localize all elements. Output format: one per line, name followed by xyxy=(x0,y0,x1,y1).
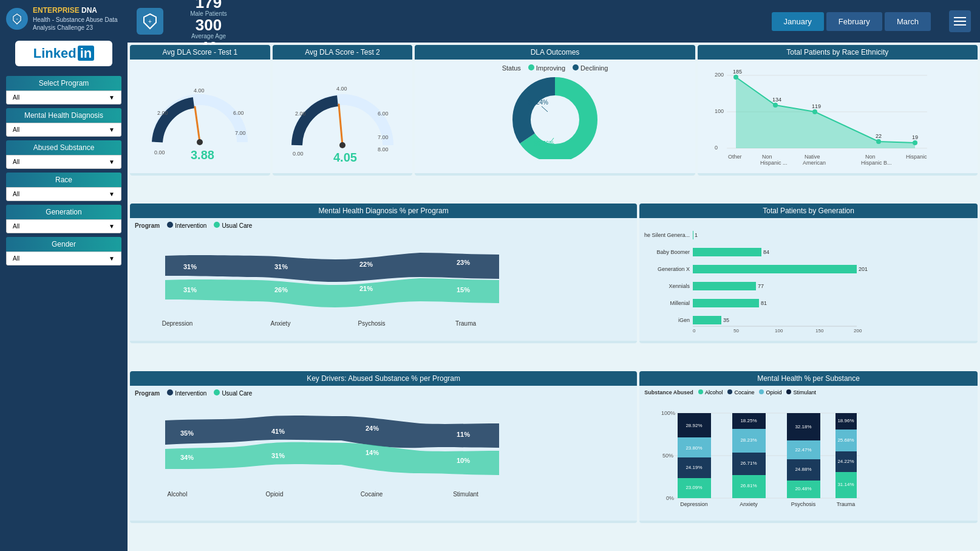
svg-text:Baby Boomer: Baby Boomer xyxy=(657,249,690,255)
svg-rect-77 xyxy=(693,299,759,307)
svg-text:22: 22 xyxy=(876,133,882,139)
svg-text:32.18%: 32.18% xyxy=(795,424,812,430)
svg-text:35: 35 xyxy=(723,317,729,323)
svg-text:1: 1 xyxy=(695,232,698,238)
mh-usualcare-legend: Usual Care xyxy=(214,222,252,229)
svg-text:77: 77 xyxy=(758,283,764,289)
improving-legend: Improving xyxy=(528,64,565,72)
substance-panel: Key Drivers: Abused Substance % per Prog… xyxy=(130,371,637,523)
svg-rect-80 xyxy=(693,316,721,324)
svg-text:+: + xyxy=(16,16,18,21)
filter-gender: Gender All▼ xyxy=(6,237,121,265)
svg-text:201: 201 xyxy=(859,266,868,272)
svg-text:Other: Other xyxy=(728,154,742,160)
svg-text:14%: 14% xyxy=(366,449,379,456)
gauge-test1-body: 0.00 2.00 4.00 6.00 7.00 3.88 xyxy=(130,60,270,173)
filter-select[interactable]: All▼ xyxy=(6,155,121,169)
svg-text:The Silent Genera...: The Silent Genera... xyxy=(644,232,690,238)
svg-text:2.00: 2.00 xyxy=(295,111,306,117)
dla-outcomes-body: Status Improving Declining 34.24% 65.76 xyxy=(415,60,695,173)
menu-button[interactable] xyxy=(949,10,971,32)
svg-text:24.19%: 24.19% xyxy=(686,465,703,470)
filter-select[interactable]: All▼ xyxy=(6,187,121,201)
svg-text:3.88: 3.88 xyxy=(191,148,214,162)
svg-text:23%: 23% xyxy=(457,259,470,266)
svg-text:Generation X: Generation X xyxy=(658,266,690,272)
svg-text:185: 185 xyxy=(733,69,742,75)
svg-text:20.48%: 20.48% xyxy=(795,486,812,491)
svg-text:Hispanic ...: Hispanic ... xyxy=(760,160,788,166)
svg-text:22.47%: 22.47% xyxy=(795,447,812,453)
svg-text:Depression: Depression xyxy=(162,320,193,327)
gauge-test1-title: Avg DLA Score - Test 1 xyxy=(130,45,270,60)
svg-rect-65 xyxy=(693,231,693,239)
svg-text:34%: 34% xyxy=(180,454,194,461)
month-tab-january[interactable]: January xyxy=(772,12,824,31)
svg-text:Psychosis: Psychosis xyxy=(791,501,816,507)
svg-point-34 xyxy=(733,75,738,80)
svg-text:31%: 31% xyxy=(183,286,197,293)
svg-text:31.14%: 31.14% xyxy=(838,482,854,487)
generation-title: Total Patients by Generation xyxy=(639,204,978,218)
svg-text:50: 50 xyxy=(733,328,739,334)
svg-text:24%: 24% xyxy=(366,425,379,432)
filter-select[interactable]: All▼ xyxy=(6,252,121,265)
svg-text:11%: 11% xyxy=(457,431,470,438)
svg-text:Cocaine: Cocaine xyxy=(361,491,383,498)
month-tab-march[interactable]: March xyxy=(885,12,931,31)
svg-text:134: 134 xyxy=(772,97,781,103)
svg-line-3 xyxy=(195,107,200,142)
declining-legend: Declining xyxy=(573,64,608,72)
svg-text:0: 0 xyxy=(715,145,718,151)
status-label: Status xyxy=(502,64,521,72)
svg-text:7.00: 7.00 xyxy=(235,130,246,136)
filter-select[interactable]: All▼ xyxy=(6,91,121,104)
svg-text:22%: 22% xyxy=(359,261,373,268)
svg-text:2.00: 2.00 xyxy=(157,110,168,116)
svg-text:6.00: 6.00 xyxy=(378,111,389,117)
sidebar-filters: Select Program All▼ Mental Health Diagno… xyxy=(0,72,128,269)
filter-select[interactable]: All▼ xyxy=(6,123,121,137)
svg-rect-68 xyxy=(693,248,761,256)
svg-text:6.00: 6.00 xyxy=(233,110,244,116)
logo-area: + ENTERPRISE DNA Health - Substance Abus… xyxy=(0,0,128,35)
month-tab-february[interactable]: February xyxy=(826,12,882,31)
svg-text:28.92%: 28.92% xyxy=(686,423,703,428)
svg-text:Psychosis: Psychosis xyxy=(358,320,385,327)
svg-text:4.00: 4.00 xyxy=(336,86,347,92)
mid-row: Mental Health Diagnosis % per Program Pr… xyxy=(130,204,978,343)
svg-text:81: 81 xyxy=(761,300,767,306)
kpi-female-patients: Female Patients 179 xyxy=(182,0,236,10)
svg-text:8.00: 8.00 xyxy=(378,146,389,152)
svg-text:Hispanic: Hispanic xyxy=(906,154,927,160)
filter-generation: Generation All▼ xyxy=(6,205,121,233)
svg-text:0.00: 0.00 xyxy=(293,151,304,157)
svg-text:100: 100 xyxy=(775,328,783,334)
svg-text:31%: 31% xyxy=(271,452,285,459)
svg-text:Non: Non xyxy=(762,154,772,160)
svg-text:Depression: Depression xyxy=(680,501,708,507)
svg-text:150: 150 xyxy=(815,328,824,334)
svg-text:18.25%: 18.25% xyxy=(741,418,757,423)
gauge-test1-panel: Avg DLA Score - Test 1 0.00 2.00 4.00 6.… xyxy=(130,45,270,176)
svg-text:iGen: iGen xyxy=(678,317,690,323)
svg-text:26.71%: 26.71% xyxy=(741,460,757,466)
svg-rect-74 xyxy=(693,282,756,290)
app-title: ENTERPRISE DNA Health - Substance Abuse … xyxy=(33,6,121,32)
filter-select[interactable]: All▼ xyxy=(6,219,121,233)
svg-text:23.09%: 23.09% xyxy=(686,485,703,490)
gauge-test2-panel: Avg DLA Score - Test 2 0.00 2.00 4.00 6.… xyxy=(273,45,413,176)
svg-text:10%: 10% xyxy=(457,457,470,464)
sub-intervention-legend: Intervention xyxy=(167,389,206,397)
svg-text:Stimulant: Stimulant xyxy=(453,491,478,498)
svg-text:Trauma: Trauma xyxy=(455,320,477,327)
substance-title: Key Drivers: Abused Substance % per Prog… xyxy=(130,371,637,386)
svg-text:4.05: 4.05 xyxy=(333,151,357,163)
svg-text:24.88%: 24.88% xyxy=(795,467,812,472)
svg-text:Anxiety: Anxiety xyxy=(740,501,758,507)
svg-text:Anxiety: Anxiety xyxy=(271,320,291,327)
gauge-test2-body: 0.00 2.00 4.00 6.00 7.00 8.00 4.05 xyxy=(273,60,413,173)
filter-abused-substance: Abused Substance All▼ xyxy=(6,140,121,169)
sub-legend: Program Intervention Usual Care xyxy=(135,389,632,397)
svg-point-12 xyxy=(339,142,345,148)
